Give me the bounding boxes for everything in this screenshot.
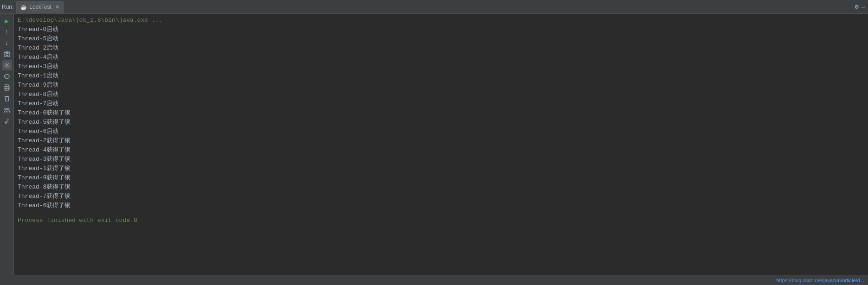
- output-line-14: Thread-3获得了锁: [18, 155, 864, 164]
- output-line-10: Thread-5获得了锁: [18, 118, 864, 127]
- svg-rect-0: [4, 52, 10, 57]
- run-button[interactable]: ▶: [2, 16, 12, 26]
- svg-point-3: [6, 64, 8, 66]
- settings-button[interactable]: [2, 60, 12, 70]
- output-line-3: Thread-4启动: [18, 53, 864, 62]
- delete-button[interactable]: [2, 94, 12, 104]
- process-done-line: Process finished with exit code 0: [18, 216, 864, 225]
- tab-file-icon: ☕: [20, 4, 27, 10]
- group-button[interactable]: [2, 105, 12, 115]
- left-toolbar: ▶ ↑ ↓: [0, 14, 14, 275]
- output-line-5: Thread-1启动: [18, 71, 864, 81]
- output-line-9: Thread-0获得了锁: [18, 108, 864, 118]
- output-line-17: Thread-8获得了锁: [18, 183, 864, 192]
- tab-bar: Run: ☕ LockTest ✕ ⚙ —: [0, 0, 868, 14]
- lock-test-tab[interactable]: ☕ LockTest ✕: [16, 1, 63, 13]
- output-line-18: Thread-7获得了锁: [18, 192, 864, 201]
- blank-line: [18, 210, 864, 216]
- svg-point-1: [6, 53, 8, 56]
- minimize-icon[interactable]: —: [862, 3, 865, 11]
- output-line-19: Thread-6获得了锁: [18, 201, 864, 210]
- command-line: E:\develop\Java\jdk_1.8\bin\java.exe ...: [18, 16, 864, 25]
- console-output[interactable]: E:\develop\Java\jdk_1.8\bin\java.exe ...…: [14, 14, 868, 275]
- svg-rect-2: [6, 51, 8, 52]
- status-bar: https://blog.csdn.net/javazjm/article/d.…: [0, 275, 868, 285]
- snapshot-button[interactable]: [2, 49, 12, 59]
- svg-point-7: [8, 88, 9, 88]
- output-line-7: Thread-8启动: [18, 90, 864, 99]
- svg-point-9: [7, 108, 9, 110]
- svg-rect-4: [5, 85, 9, 87]
- run-label: Run:: [2, 4, 13, 10]
- tab-close-button[interactable]: ✕: [55, 4, 59, 10]
- output-line-11: Thread-6启动: [18, 127, 864, 136]
- tab-title: LockTest: [29, 4, 51, 10]
- output-line-8: Thread-7启动: [18, 99, 864, 108]
- output-line-6: Thread-9启动: [18, 81, 864, 90]
- output-line-2: Thread-2启动: [18, 44, 864, 53]
- output-line-15: Thread-1获得了锁: [18, 164, 864, 173]
- output-line-4: Thread-3启动: [18, 62, 864, 71]
- output-line-0: Thread-0启动: [18, 25, 864, 34]
- down-button[interactable]: ↓: [2, 38, 12, 48]
- status-link[interactable]: https://blog.csdn.net/javazjm/article/d.…: [776, 278, 864, 283]
- rerun-button[interactable]: [2, 71, 12, 82]
- settings-icon[interactable]: ⚙: [855, 3, 858, 11]
- main-area: ▶ ↑ ↓: [0, 14, 868, 275]
- output-line-1: Thread-5启动: [18, 34, 864, 44]
- output-line-13: Thread-4获得了锁: [18, 146, 864, 155]
- print-button[interactable]: [2, 82, 12, 93]
- output-line-16: Thread-9获得了锁: [18, 173, 864, 183]
- pin-button[interactable]: [2, 116, 12, 126]
- output-line-12: Thread-2获得了锁: [18, 136, 864, 146]
- svg-point-8: [5, 108, 6, 110]
- up-button[interactable]: ↑: [2, 27, 12, 37]
